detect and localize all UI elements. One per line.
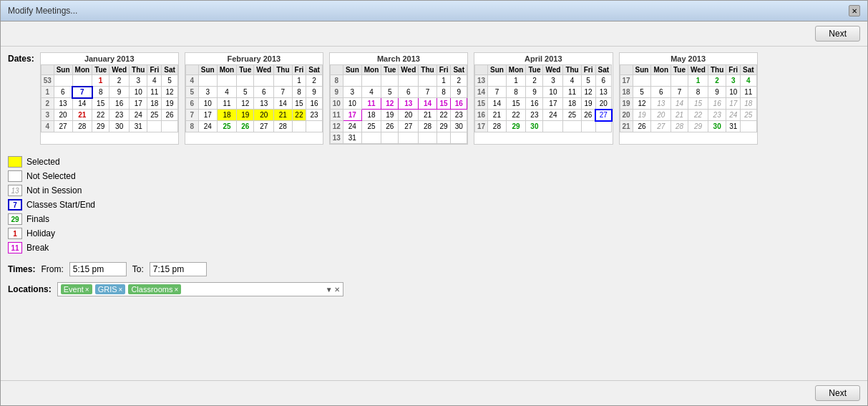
table-cell[interactable]: 6 xyxy=(595,75,612,87)
table-cell[interactable]: 20 xyxy=(595,98,612,110)
table-cell[interactable] xyxy=(381,75,399,87)
table-cell[interactable]: 4 xyxy=(217,87,237,98)
table-cell[interactable]: 1 xyxy=(437,75,451,87)
table-cell[interactable]: 9 xyxy=(109,87,130,98)
table-cell[interactable]: 8 xyxy=(688,87,708,98)
table-cell[interactable]: 3 xyxy=(543,75,563,87)
tag-classrooms-remove[interactable]: × xyxy=(174,286,178,294)
table-cell[interactable]: 30 xyxy=(109,121,130,132)
table-cell[interactable]: 22 xyxy=(437,110,451,121)
table-cell[interactable]: 24 xyxy=(130,110,147,121)
table-cell[interactable]: 21 xyxy=(671,110,688,121)
table-cell[interactable]: 7 xyxy=(72,87,92,98)
table-cell[interactable]: 15 xyxy=(688,98,708,110)
table-cell[interactable]: 11 xyxy=(563,87,581,98)
table-cell[interactable]: 20 xyxy=(651,110,671,121)
table-cell[interactable]: 5 xyxy=(237,87,254,98)
table-cell[interactable]: 6 xyxy=(54,87,72,98)
table-cell[interactable]: 21 xyxy=(487,110,506,121)
table-cell[interactable]: 23 xyxy=(526,110,543,121)
table-cell[interactable]: 10 xyxy=(130,87,147,98)
table-cell[interactable]: 1 xyxy=(92,75,109,87)
table-cell[interactable] xyxy=(292,121,306,132)
table-cell[interactable]: 14 xyxy=(671,98,688,110)
table-cell[interactable]: 21 xyxy=(419,110,437,121)
table-cell[interactable]: 4 xyxy=(361,87,381,98)
locations-dropdown-btn[interactable]: ▼ xyxy=(326,286,333,294)
table-cell[interactable]: 19 xyxy=(633,110,651,121)
tag-gris-remove[interactable]: × xyxy=(119,286,123,294)
table-cell[interactable]: 25 xyxy=(217,121,237,132)
table-cell[interactable]: 11 xyxy=(147,87,162,98)
table-cell[interactable] xyxy=(671,75,688,87)
table-cell[interactable]: 6 xyxy=(254,87,274,98)
table-cell[interactable]: 7 xyxy=(274,87,292,98)
table-cell[interactable] xyxy=(217,75,237,87)
table-cell[interactable]: 18 xyxy=(741,98,757,110)
table-cell[interactable]: 14 xyxy=(274,98,292,110)
table-cell[interactable]: 11 xyxy=(741,87,757,98)
table-cell[interactable]: 31 xyxy=(130,121,147,132)
table-cell[interactable]: 24 xyxy=(543,110,563,121)
table-cell[interactable]: 3 xyxy=(343,87,361,98)
next-button-top[interactable]: Next xyxy=(815,26,860,42)
table-cell[interactable] xyxy=(741,121,757,132)
table-cell[interactable]: 4 xyxy=(563,75,581,87)
table-cell[interactable]: 19 xyxy=(581,98,595,110)
table-cell[interactable]: 28 xyxy=(72,121,92,132)
table-cell[interactable]: 25 xyxy=(563,110,581,121)
table-cell[interactable]: 12 xyxy=(237,98,254,110)
table-cell[interactable] xyxy=(437,132,451,144)
table-cell[interactable]: 27 xyxy=(651,121,671,132)
table-cell[interactable] xyxy=(381,132,399,144)
table-cell[interactable]: 16 xyxy=(526,98,543,110)
table-cell[interactable]: 12 xyxy=(633,98,651,110)
from-time-input[interactable] xyxy=(69,262,127,276)
table-cell[interactable]: 9 xyxy=(526,87,543,98)
table-cell[interactable]: 20 xyxy=(54,110,72,121)
table-cell[interactable]: 23 xyxy=(451,110,467,121)
table-cell[interactable]: 27 xyxy=(595,110,612,121)
locations-clear-btn[interactable]: ✕ xyxy=(334,286,340,294)
table-cell[interactable]: 2 xyxy=(306,75,323,87)
table-cell[interactable]: 18 xyxy=(217,110,237,121)
tag-event-remove[interactable]: × xyxy=(85,286,89,294)
table-cell[interactable] xyxy=(254,75,274,87)
table-cell[interactable]: 26 xyxy=(633,121,651,132)
table-cell[interactable]: 6 xyxy=(399,87,419,98)
table-cell[interactable]: 30 xyxy=(526,121,543,132)
table-cell[interactable]: 19 xyxy=(162,98,178,110)
table-cell[interactable]: 27 xyxy=(399,121,419,132)
close-button[interactable]: ✕ xyxy=(849,5,860,16)
table-cell[interactable]: 2 xyxy=(451,75,467,87)
table-cell[interactable] xyxy=(419,132,437,144)
table-cell[interactable]: 29 xyxy=(506,121,526,132)
table-cell[interactable] xyxy=(54,75,72,87)
table-cell[interactable]: 27 xyxy=(54,121,72,132)
table-cell[interactable]: 22 xyxy=(506,110,526,121)
table-cell[interactable]: 13 xyxy=(54,98,72,110)
table-cell[interactable]: 13 xyxy=(399,98,419,110)
table-cell[interactable]: 2 xyxy=(526,75,543,87)
table-cell[interactable]: 1 xyxy=(292,75,306,87)
table-cell[interactable]: 23 xyxy=(306,110,323,121)
table-cell[interactable]: 12 xyxy=(581,87,595,98)
table-cell[interactable] xyxy=(399,75,419,87)
table-cell[interactable] xyxy=(563,121,581,132)
table-cell[interactable]: 16 xyxy=(451,98,467,110)
table-cell[interactable]: 24 xyxy=(198,121,217,132)
table-cell[interactable]: 25 xyxy=(741,110,757,121)
table-cell[interactable]: 28 xyxy=(274,121,292,132)
table-cell[interactable]: 28 xyxy=(419,121,437,132)
table-cell[interactable]: 9 xyxy=(708,87,726,98)
table-cell[interactable]: 29 xyxy=(437,121,451,132)
table-cell[interactable]: 3 xyxy=(726,75,741,87)
table-cell[interactable]: 17 xyxy=(130,98,147,110)
table-cell[interactable]: 30 xyxy=(451,121,467,132)
table-cell[interactable] xyxy=(237,75,254,87)
table-cell[interactable]: 12 xyxy=(162,87,178,98)
table-cell[interactable]: 10 xyxy=(343,98,361,110)
table-cell[interactable] xyxy=(451,132,467,144)
table-cell[interactable]: 18 xyxy=(361,110,381,121)
table-cell[interactable]: 31 xyxy=(343,132,361,144)
